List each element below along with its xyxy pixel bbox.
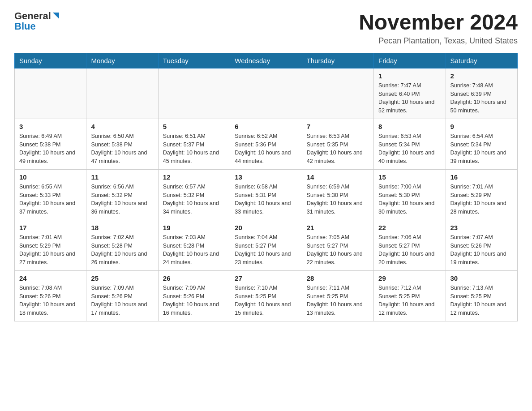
calendar-cell: 25Sunrise: 7:09 AMSunset: 5:26 PMDayligh… [86,270,158,321]
day-info: Sunrise: 7:48 AMSunset: 6:39 PMDaylight:… [450,81,513,115]
day-number: 17 [19,224,82,231]
day-number: 29 [378,274,441,282]
day-number: 12 [163,173,225,181]
day-of-week-header: Thursday [302,53,373,68]
calendar-cell: 17Sunrise: 7:01 AMSunset: 5:29 PMDayligh… [15,220,86,270]
day-info: Sunrise: 7:01 AMSunset: 5:29 PMDaylight:… [19,233,82,267]
calendar-cell: 8Sunrise: 6:53 AMSunset: 5:34 PMDaylight… [374,119,446,169]
page-header: General Blue November 2024 Pecan Plantat… [14,11,518,46]
day-info: Sunrise: 7:10 AMSunset: 5:25 PMDaylight:… [235,284,297,317]
day-number: 14 [307,173,369,181]
day-of-week-header: Saturday [446,53,517,68]
calendar-cell: 10Sunrise: 6:55 AMSunset: 5:33 PMDayligh… [15,169,86,220]
day-number: 11 [91,173,153,181]
calendar-cell: 19Sunrise: 7:03 AMSunset: 5:28 PMDayligh… [158,220,230,270]
calendar-cell: 16Sunrise: 7:01 AMSunset: 5:29 PMDayligh… [446,169,517,220]
calendar-cell: 1Sunrise: 7:47 AMSunset: 6:40 PMDaylight… [374,68,446,119]
day-number: 22 [378,224,441,231]
day-info: Sunrise: 7:07 AMSunset: 5:26 PMDaylight:… [450,233,513,267]
calendar-cell [230,68,302,119]
day-info: Sunrise: 7:09 AMSunset: 5:26 PMDaylight:… [91,284,153,317]
calendar-week-row: 17Sunrise: 7:01 AMSunset: 5:29 PMDayligh… [15,220,518,270]
day-info: Sunrise: 7:13 AMSunset: 5:25 PMDaylight:… [450,284,513,317]
day-number: 7 [307,123,369,130]
day-number: 1 [378,72,441,80]
day-number: 18 [91,224,153,231]
day-number: 25 [91,274,153,282]
day-info: Sunrise: 7:03 AMSunset: 5:28 PMDaylight:… [163,233,225,267]
calendar-cell: 13Sunrise: 6:58 AMSunset: 5:31 PMDayligh… [230,169,302,220]
calendar-cell: 15Sunrise: 7:00 AMSunset: 5:30 PMDayligh… [374,169,446,220]
day-info: Sunrise: 6:49 AMSunset: 5:38 PMDaylight:… [19,132,82,166]
day-number: 27 [235,274,297,282]
day-info: Sunrise: 7:06 AMSunset: 5:27 PMDaylight:… [378,233,441,267]
day-info: Sunrise: 7:12 AMSunset: 5:25 PMDaylight:… [378,284,441,317]
day-info: Sunrise: 6:53 AMSunset: 5:34 PMDaylight:… [378,132,441,166]
calendar-cell: 11Sunrise: 6:56 AMSunset: 5:32 PMDayligh… [86,169,158,220]
day-number: 2 [450,72,513,80]
day-number: 26 [163,274,225,282]
calendar-cell: 6Sunrise: 6:52 AMSunset: 5:36 PMDaylight… [230,119,302,169]
day-info: Sunrise: 7:08 AMSunset: 5:26 PMDaylight:… [19,284,82,317]
day-info: Sunrise: 6:52 AMSunset: 5:36 PMDaylight:… [235,132,297,166]
calendar-cell: 3Sunrise: 6:49 AMSunset: 5:38 PMDaylight… [15,119,86,169]
calendar-header-row: SundayMondayTuesdayWednesdayThursdayFrid… [15,53,518,68]
day-info: Sunrise: 6:57 AMSunset: 5:32 PMDaylight:… [163,183,225,216]
calendar-cell: 29Sunrise: 7:12 AMSunset: 5:25 PMDayligh… [374,270,446,321]
day-number: 20 [235,224,297,231]
calendar-cell [15,68,86,119]
day-info: Sunrise: 7:47 AMSunset: 6:40 PMDaylight:… [378,81,441,115]
subtitle: Pecan Plantation, Texas, United States [359,36,518,46]
day-info: Sunrise: 6:56 AMSunset: 5:32 PMDaylight:… [91,183,153,216]
calendar-cell [158,68,230,119]
calendar-cell: 5Sunrise: 6:51 AMSunset: 5:37 PMDaylight… [158,119,230,169]
calendar-cell: 9Sunrise: 6:54 AMSunset: 5:34 PMDaylight… [446,119,517,169]
day-number: 4 [91,123,153,130]
main-title: November 2024 [359,11,518,34]
day-info: Sunrise: 6:54 AMSunset: 5:34 PMDaylight:… [450,132,513,166]
day-number: 15 [378,173,441,181]
day-info: Sunrise: 7:11 AMSunset: 5:25 PMDaylight:… [307,284,369,317]
day-number: 6 [235,123,297,130]
day-number: 3 [19,123,82,130]
calendar-cell: 18Sunrise: 7:02 AMSunset: 5:28 PMDayligh… [86,220,158,270]
day-number: 16 [450,173,513,181]
logo-triangle-icon [52,12,60,21]
day-info: Sunrise: 6:58 AMSunset: 5:31 PMDaylight:… [235,183,297,216]
day-info: Sunrise: 6:59 AMSunset: 5:30 PMDaylight:… [307,183,369,216]
day-info: Sunrise: 7:05 AMSunset: 5:27 PMDaylight:… [307,233,369,267]
calendar-cell: 21Sunrise: 7:05 AMSunset: 5:27 PMDayligh… [302,220,373,270]
day-number: 19 [163,224,225,231]
calendar-cell: 23Sunrise: 7:07 AMSunset: 5:26 PMDayligh… [446,220,517,270]
day-number: 13 [235,173,297,181]
day-number: 24 [19,274,82,282]
day-number: 8 [378,123,441,130]
day-info: Sunrise: 6:55 AMSunset: 5:33 PMDaylight:… [19,183,82,216]
day-of-week-header: Monday [86,53,158,68]
calendar-table: SundayMondayTuesdayWednesdayThursdayFrid… [14,53,518,321]
calendar-cell: 2Sunrise: 7:48 AMSunset: 6:39 PMDaylight… [446,68,517,119]
calendar-cell: 20Sunrise: 7:04 AMSunset: 5:27 PMDayligh… [230,220,302,270]
day-info: Sunrise: 7:04 AMSunset: 5:27 PMDaylight:… [235,233,297,267]
calendar-week-row: 10Sunrise: 6:55 AMSunset: 5:33 PMDayligh… [15,169,518,220]
day-number: 5 [163,123,225,130]
day-info: Sunrise: 7:02 AMSunset: 5:28 PMDaylight:… [91,233,153,267]
calendar-cell: 30Sunrise: 7:13 AMSunset: 5:25 PMDayligh… [446,270,517,321]
calendar-week-row: 3Sunrise: 6:49 AMSunset: 5:38 PMDaylight… [15,119,518,169]
day-number: 23 [450,224,513,231]
calendar-cell: 7Sunrise: 6:53 AMSunset: 5:35 PMDaylight… [302,119,373,169]
calendar-week-row: 1Sunrise: 7:47 AMSunset: 6:40 PMDaylight… [15,68,518,119]
day-number: 28 [307,274,369,282]
day-info: Sunrise: 7:09 AMSunset: 5:26 PMDaylight:… [163,284,225,317]
day-of-week-header: Tuesday [158,53,230,68]
day-number: 21 [307,224,369,231]
day-number: 30 [450,274,513,282]
day-info: Sunrise: 6:53 AMSunset: 5:35 PMDaylight:… [307,132,369,166]
logo-general: General [14,11,51,21]
calendar-cell: 14Sunrise: 6:59 AMSunset: 5:30 PMDayligh… [302,169,373,220]
day-number: 9 [450,123,513,130]
calendar-cell: 22Sunrise: 7:06 AMSunset: 5:27 PMDayligh… [374,220,446,270]
day-of-week-header: Friday [374,53,446,68]
calendar-cell: 26Sunrise: 7:09 AMSunset: 5:26 PMDayligh… [158,270,230,321]
day-info: Sunrise: 6:50 AMSunset: 5:38 PMDaylight:… [91,132,153,166]
